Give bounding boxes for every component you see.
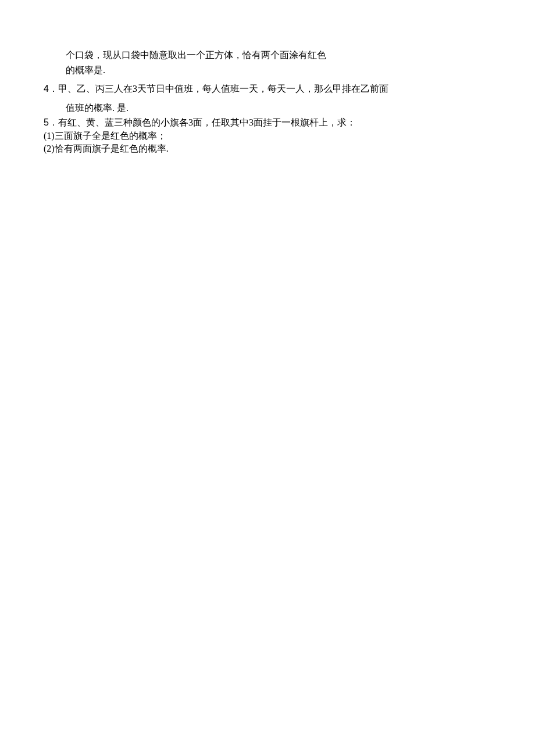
document-page: 个口袋，现从口袋中随意取出一个正方体，恰有两个面涂有红色 的概率是. 4．甲、乙… (0, 0, 535, 756)
q3-continuation-line1: 个口袋，现从口袋中随意取出一个正方体，恰有两个面涂有红色 (66, 48, 326, 63)
q4-dot: ． (49, 84, 58, 94)
q5-number: 5 (44, 117, 49, 127)
q4-line2: 值班的概率. 是. (66, 101, 129, 116)
q5-sub1-label: (1) (44, 131, 55, 141)
q4-text: 甲、乙、丙三人在3天节日中值班，每人值班一天，每天一人，那么甲排在乙前面 (58, 84, 388, 94)
q4-number: 4 (44, 84, 49, 94)
q5-text: 有红、黄、蓝三种颜色的小旗各3面，任取其中3面挂于一根旗杆上，求： (58, 117, 356, 127)
q5-sub1-text: 三面旗子全是红色的概率； (55, 131, 166, 141)
q5-sub2-text: 恰有两面旗子是红色的概率. (55, 144, 169, 153)
q4-line1: 4．甲、乙、丙三人在3天节日中值班，每人值班一天，每天一人，那么甲排在乙前面 (44, 82, 388, 96)
q5-sub2-label: (2) (44, 144, 55, 153)
q5-dot: ． (49, 117, 58, 127)
q3-continuation-line2: 的概率是. (66, 63, 105, 78)
q5-line1: 5．有红、黄、蓝三种颜色的小旗各3面，任取其中3面挂于一根旗杆上，求： (44, 116, 356, 130)
q5-sub2: (2)恰有两面旗子是红色的概率. (44, 142, 169, 156)
